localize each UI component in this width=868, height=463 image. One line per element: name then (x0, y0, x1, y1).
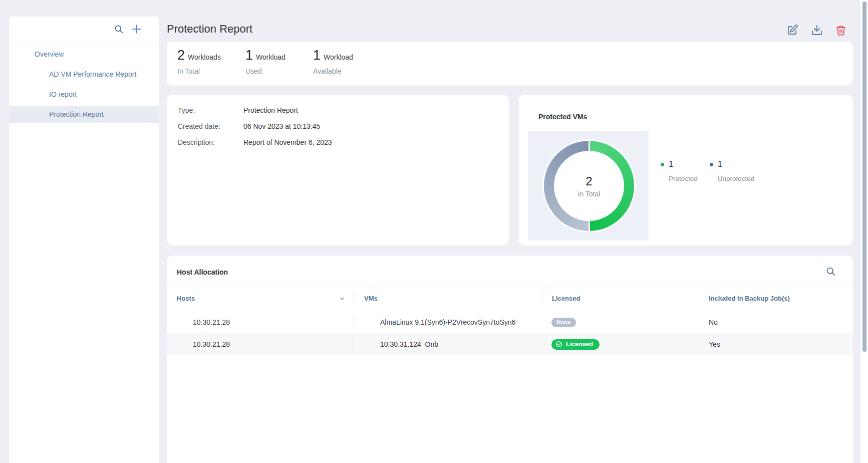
stat-value: 1 (313, 49, 321, 62)
protected-vms-legend: 1 Protected 1 Unprotected (661, 159, 754, 182)
cell-licensed: Licensed (542, 339, 709, 350)
stat-caption: Available (313, 67, 353, 75)
column-header-licensed: Licensed (542, 295, 709, 302)
donut-center: 2 In Total (554, 151, 624, 221)
legend-value: 1 (718, 159, 722, 169)
unprotected-dot-icon (710, 163, 713, 166)
report-nav-list: Overview AD VM Performance Report IO rep… (9, 42, 159, 123)
column-header-vms: VMs (354, 295, 542, 302)
detail-row-created-date: Created date: 06 Nov 2023 at 10:13:45 (167, 118, 509, 134)
detail-row-description: Description: Report of November 6, 2023 (167, 134, 509, 150)
legend-item-unprotected: 1 Unprotected (710, 159, 755, 182)
cell-included: No (709, 318, 853, 326)
vertical-scrollbar[interactable] (860, 0, 868, 463)
protected-vms-chart-area: 2 In Total (528, 131, 649, 241)
detail-value: Report of November 6, 2023 (243, 134, 332, 150)
legend-value: 1 (669, 159, 673, 169)
legend-label: Protected (669, 175, 698, 182)
host-allocation-title: Host Allocation (177, 268, 228, 276)
license-status-badge: None (551, 318, 576, 327)
workloads-summary-card: 2Workloads In Total 1Workload Used 1Work… (167, 42, 853, 86)
delete-report-icon[interactable] (835, 25, 846, 36)
protected-vms-card: Protected VMs 2 In Total 1 Protected 1 U… (519, 95, 853, 246)
sidebar-item-io-report[interactable]: IO report (9, 86, 159, 103)
sidebar-toolbar (9, 17, 159, 42)
detail-label: Type: (178, 102, 195, 118)
protected-dot-icon (661, 163, 664, 166)
legend-item-protected: 1 Protected (661, 159, 698, 182)
stat-caption: Used (245, 67, 285, 75)
stat-unit: Workload (256, 53, 285, 61)
table-search-icon[interactable] (825, 266, 836, 277)
stat-unit: Workloads (188, 53, 221, 61)
protected-vms-title: Protected VMs (538, 113, 587, 121)
cell-vm: AlmaLinux 9.1(Syn6)-P2VrecovSyn7toSyn6 (354, 318, 542, 326)
search-icon[interactable] (114, 24, 124, 34)
chevron-down-icon[interactable] (339, 296, 345, 302)
column-header-included: Included in Backup Job(s) (709, 295, 853, 302)
column-header-hosts[interactable]: Hosts (167, 295, 354, 302)
detail-value: Protection Report (243, 102, 298, 118)
report-details-card: Type: Protection Report Created date: 06… (167, 95, 509, 246)
cell-host: 10.30.21.28 (167, 340, 354, 348)
stat-value: 1 (245, 49, 253, 62)
protected-vms-donut-chart: 2 In Total (544, 141, 634, 231)
sidebar-item-protection-report[interactable]: Protection Report (9, 106, 159, 123)
stat-value: 2 (177, 49, 185, 62)
cell-host: 10.30.21.28 (167, 318, 354, 326)
detail-label: Created date: (178, 118, 220, 134)
check-circle-icon (555, 341, 562, 348)
sidebar-item-ad-vm-performance-report[interactable]: AD VM Performance Report (9, 66, 159, 83)
donut-total-caption: In Total (578, 190, 601, 198)
stat-caption: In Total (177, 67, 221, 75)
scrollbar-thumb[interactable] (862, 2, 866, 352)
download-report-icon[interactable] (811, 24, 823, 36)
edit-report-icon[interactable] (786, 24, 798, 36)
stat-workloads-total: 2Workloads In Total (177, 49, 221, 75)
table-row[interactable]: 10.30.21.28 10.30.31.124_Onb Licensed Ye… (167, 333, 853, 355)
donut-total-value: 2 (586, 174, 592, 188)
stat-unit: Workload (324, 53, 353, 61)
stat-workloads-used: 1Workload Used (245, 49, 285, 75)
sidebar-item-overview[interactable]: Overview (9, 46, 159, 63)
page-title: Protection Report (167, 22, 252, 36)
report-actions (786, 24, 846, 36)
legend-label: Unprotected (718, 175, 755, 182)
detail-value: 06 Nov 2023 at 10:13:45 (243, 118, 320, 134)
cell-included: Yes (709, 340, 853, 348)
detail-row-type: Type: Protection Report (167, 102, 509, 118)
reports-sidebar: Overview AD VM Performance Report IO rep… (9, 17, 159, 463)
cell-vm: 10.30.31.124_Onb (354, 340, 542, 348)
table-header-row: Hosts VMs Licensed Included in Backup Jo… (167, 286, 853, 311)
license-status-badge: Licensed (551, 339, 600, 350)
host-allocation-card: Host Allocation Hosts VMs Licensed Inclu… (167, 256, 853, 463)
table-row[interactable]: 10.30.21.28 AlmaLinux 9.1(Syn6)-P2Vrecov… (167, 311, 853, 333)
cell-licensed: None (542, 318, 709, 327)
stat-workloads-available: 1Workload Available (313, 49, 353, 75)
detail-label: Description: (178, 134, 215, 150)
add-report-icon[interactable] (131, 24, 142, 35)
